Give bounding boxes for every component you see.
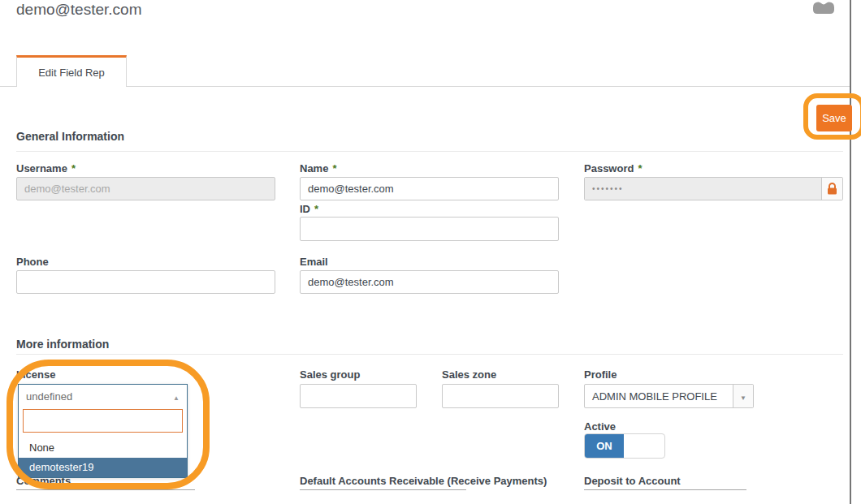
required-asterisk: * [314, 203, 318, 215]
default-accounts-receivable-field[interactable] [300, 489, 466, 490]
caret-up-icon [173, 389, 180, 403]
required-asterisk: * [638, 162, 642, 174]
license-dropdown-toggle[interactable]: undefined [19, 385, 187, 407]
section-divider [16, 151, 843, 152]
password-label: Password * [584, 162, 642, 174]
tab-bar-divider [0, 86, 850, 87]
active-label: Active [584, 420, 616, 433]
edit-field-rep-page: demo@tester.com Edit Field Rep Save Gene… [0, 0, 861, 504]
password-input[interactable] [585, 178, 821, 200]
person-icon[interactable] [813, 1, 834, 14]
general-information-heading: General Information [16, 130, 124, 143]
active-toggle[interactable]: ON [584, 433, 665, 459]
tab-label: Edit Field Rep [38, 67, 105, 79]
profile-selected-value: ADMIN MOBILE PROFILE [585, 385, 733, 407]
license-label: License [16, 368, 55, 381]
license-search-wrap [19, 407, 187, 437]
name-input[interactable] [300, 177, 559, 200]
comments-field[interactable] [16, 489, 195, 490]
license-dropdown: undefined None demotester19 [18, 384, 188, 478]
password-lock-button[interactable] [821, 178, 842, 200]
license-search-input[interactable] [23, 409, 183, 433]
deposit-to-account-label: Deposit to Account [584, 475, 681, 487]
profile-select-arrow[interactable] [733, 385, 753, 407]
deposit-to-account-field[interactable] [584, 489, 746, 490]
id-label: ID * [300, 203, 318, 215]
required-asterisk: * [71, 162, 76, 174]
required-asterisk: * [332, 162, 336, 174]
name-label: Name * [300, 162, 336, 174]
email-input[interactable] [300, 270, 559, 294]
license-selected-value: undefined [26, 390, 173, 403]
password-field-group [584, 177, 843, 200]
save-button[interactable]: Save [816, 105, 852, 131]
profile-select[interactable]: ADMIN MOBILE PROFILE [584, 384, 754, 408]
sales-group-label: Sales group [300, 368, 360, 381]
id-input[interactable] [300, 217, 559, 241]
section-divider [16, 354, 843, 355]
sales-zone-label: Sales zone [442, 368, 496, 381]
sales-zone-input[interactable] [442, 384, 559, 408]
username-label: Username * [16, 162, 76, 174]
license-option-none[interactable]: None [19, 437, 187, 458]
username-input[interactable] [16, 177, 275, 200]
caret-down-icon [740, 389, 746, 403]
profile-label: Profile [584, 368, 617, 381]
phone-label: Phone [16, 256, 49, 268]
default-accounts-receivable-label: Default Accounts Receivable (Receive Pay… [300, 475, 547, 487]
active-toggle-on-segment: ON [585, 434, 624, 458]
phone-input[interactable] [16, 270, 275, 294]
tab-edit-field-rep[interactable]: Edit Field Rep [16, 55, 127, 87]
sales-group-input[interactable] [300, 384, 417, 408]
license-option-demotester19[interactable]: demotester19 [19, 458, 187, 477]
email-label: Email [300, 256, 328, 268]
lock-icon [827, 183, 837, 195]
panel-right-border [850, 0, 851, 504]
page-title: demo@tester.com [16, 1, 141, 19]
more-information-heading: More information [16, 338, 109, 351]
